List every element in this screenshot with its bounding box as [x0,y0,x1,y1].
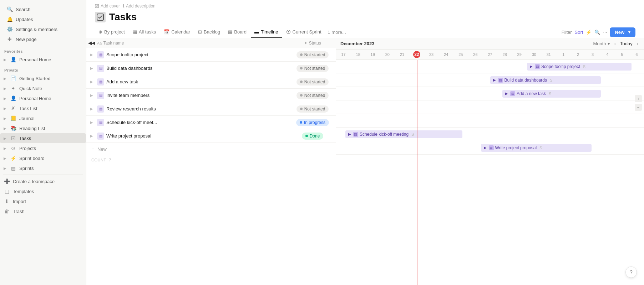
date-cell: 24 [439,50,453,59]
task-status: Not started [289,78,336,86]
add-cover-btn[interactable]: 🖼 Add cover [95,4,120,9]
tab-backlog[interactable]: ⊞ Backlog [194,26,224,38]
sidebar-item-sprints[interactable]: ▶ ▤ Sprints [0,163,86,173]
sidebar-item-personal-home-fav[interactable]: ▶ 👤 Personal Home [0,55,86,64]
task-type-icon: ▤ [97,65,104,72]
teamspace-icon: ➕ [4,178,10,185]
timeline-icon: ▬ [254,29,259,35]
status-dot [300,67,303,69]
row-expand-btn[interactable]: ▶ [86,120,97,124]
templates-icon: ◫ [4,188,10,195]
sidebar-item-journal[interactable]: ▶ 📒 Journal [0,113,86,123]
date-cell: 29 [512,50,527,59]
tabs-more[interactable]: 1 more... [326,27,348,38]
date-num: 31 [545,51,552,58]
projects-icon: ⊙ [10,145,16,151]
person-icon: 👤 [10,95,16,102]
page-header-actions: 🖼 Add cover ℹ Add description [95,4,635,9]
sidebar-search[interactable]: 🔍 Search [3,4,83,14]
sidebar-updates[interactable]: 🔔 Updates [3,14,83,24]
tasks-icon: ☑ [10,135,16,141]
date-cell: 18 [351,50,365,59]
sidebar-new-page[interactable]: ✚ New page [3,34,83,44]
today-btn[interactable]: Today [620,41,633,46]
bar-label: Add a new task [517,91,546,96]
lightning-action-icon[interactable]: ⚡ [586,30,592,35]
sidebar-item-quick-note[interactable]: ▶ ✦ Quick Note [0,83,86,93]
tab-calendar[interactable]: 📅 Calendar [160,26,194,38]
tab-by-project[interactable]: ⊕ By project [95,26,128,38]
row-expand-btn[interactable]: ▶ [86,66,97,70]
collapse-icon[interactable]: ◀◀ [86,40,97,46]
row-expand-btn[interactable]: ▶ [86,93,97,97]
timeline-bar[interactable]: ▶ ▤ Schedule kick-off meeting S [345,130,462,138]
sidebar-item-getting-started[interactable]: ▶ 📄 Getting Started [0,73,86,83]
page-title-icon [95,12,106,22]
month-select[interactable]: Month ▾ [593,41,610,46]
list-icon: ✗ [10,105,16,112]
help-button[interactable]: ? [625,266,637,278]
task-name: Invite team members [106,93,289,98]
search-action-icon[interactable]: 🔍 [594,30,600,35]
task-row: ▶ ▤ Review research results Not started [86,102,336,116]
filter-button[interactable]: Filter [562,30,572,35]
tab-all-tasks[interactable]: ▦ All tasks [129,26,159,38]
date-cell: 25 [453,50,468,59]
expand-right-btn[interactable]: + [635,95,642,102]
sidebar-item-import[interactable]: ⬇ Import [0,196,86,206]
task-status: Done [289,133,336,140]
new-task-row[interactable]: ＋ New [86,143,336,155]
tab-current-sprint[interactable]: ⦿ Current Sprint [283,26,325,38]
row-expand-btn[interactable]: ▶ [86,80,97,84]
sidebar-item-personal-home[interactable]: ▶ 👤 Personal Home [0,93,86,103]
timeline-header: December 2023 Month ▾ ‹ Today › [336,38,644,50]
task-status: In progress [289,119,336,126]
sort-button[interactable]: Sort [575,30,583,35]
sidebar-item-sprint-board[interactable]: ▶ ⚡ Sprint board [0,153,86,163]
row-expand-btn[interactable]: ▶ [86,107,97,111]
tab-timeline[interactable]: ▬ Timeline [251,26,282,38]
row-expand-btn[interactable]: ▶ [86,53,97,57]
sidebar-item-projects[interactable]: ▶ ⊙ Projects [0,143,86,153]
timeline-panel: December 2023 Month ▾ ‹ Today › 17181920… [336,38,644,285]
new-button[interactable]: New ▾ [610,27,635,37]
sidebar-item-task-list[interactable]: ▶ ✗ Task List [0,103,86,113]
next-month-btn[interactable]: › [635,40,640,47]
date-cell: 31 [541,50,556,59]
date-num: 5 [618,51,625,58]
timeline-bar[interactable]: ▶ ▤ Add a new task S [502,90,601,98]
status-col-icon: ✦ [304,41,308,46]
chevron-icon: ▶ [4,116,6,120]
add-description-btn[interactable]: ℹ Add description [123,4,156,9]
sprint-tab-icon: ⦿ [286,29,291,35]
sidebar-item-trash[interactable]: 🗑 Trash [0,206,86,216]
date-num: 19 [369,51,376,58]
tab-board[interactable]: ▦ Board [224,26,250,38]
sidebar-item-reading-list[interactable]: ▶ 📚 Reading List [0,123,86,133]
task-name: Build data dashboards [106,66,289,71]
row-expand-btn[interactable]: ▶ [86,134,97,138]
chevron-icon: ▶ [4,58,6,62]
calendar-icon: 📅 [164,29,169,35]
tabs-actions: Filter Sort ⚡ 🔍 ··· New ▾ [562,27,635,37]
timeline-row: ▶ ▤ Add a new task S [336,87,644,100]
sidebar-item-tasks[interactable]: ▶ ☑ Tasks [0,133,86,143]
sidebar-item-templates[interactable]: ◫ Templates [0,186,86,196]
task-name: Scope tooltip project [106,52,289,57]
tabs-bar: ⊕ By project ▦ All tasks 📅 Calendar ⊞ Ba… [86,26,644,38]
info-icon: ℹ [123,4,125,9]
sidebar-settings[interactable]: ⚙️ Settings & members [3,24,83,34]
sidebar-item-create-teamspace[interactable]: ➕ Create a teamspace [0,176,86,186]
status-badge: Not started [296,105,329,113]
timeline-bar[interactable]: ▶ ▤ Build data dashboards S [490,76,601,84]
today-date-num: 22 [413,51,420,58]
prev-month-btn[interactable]: ‹ [613,40,617,47]
contract-right-btn[interactable]: − [635,104,642,111]
timeline-body: ▶ ▤ Scope tooltip project S ▶ ▤ Build da… [336,60,644,285]
timeline-bar[interactable]: ▶ ▤ Write project proposal S [481,144,592,152]
more-action-icon[interactable]: ··· [603,30,607,35]
plus-icon: ＋ [91,146,95,152]
timeline-bar[interactable]: ▶ ▤ Scope tooltip project S [527,63,632,71]
bar-label: Schedule kick-off meeting [360,132,409,137]
task-rows-container: ▶ ▤ Scope tooltip project Not started ▶ … [86,48,336,143]
